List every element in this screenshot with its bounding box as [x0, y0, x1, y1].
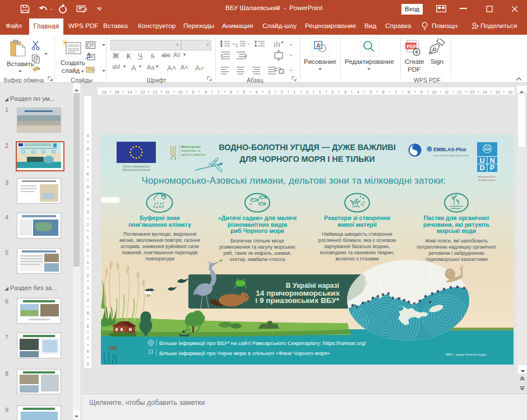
svg-text:пом’якшення клімату: пом’якшення клімату — [128, 221, 191, 228]
svg-text:Більше інформації про ВБУ* на: Більше інформації про ВБУ* на сайті Рамс… — [159, 340, 366, 346]
svg-text:Чорноморської екосистеми: Чорноморської екосистеми — [425, 256, 487, 262]
svg-text:EMBLAS-Plus: EMBLAS-Plus — [433, 147, 466, 152]
svg-text:4: 4 — [86, 197, 89, 202]
svg-text:енергетики та: енергетики та — [181, 149, 200, 152]
svg-text:15: 15 — [114, 90, 119, 95]
svg-text:16: 16 — [508, 90, 512, 95]
svg-text:D: D — [479, 164, 484, 172]
svg-text:9: 9 — [192, 90, 194, 95]
svg-text:риб, таких як кефаль, шемая,: риб, таких як кефаль, шемая, — [224, 250, 292, 256]
svg-text:4: 4 — [86, 298, 89, 303]
svg-text:коловодних та наземних тварин,: коловодних та наземних тварин, — [320, 250, 395, 255]
svg-text:6: 6 — [230, 90, 232, 95]
svg-text:7: 7 — [86, 158, 89, 164]
svg-text:Пастки для органічної: Пастки для органічної — [424, 214, 490, 221]
svg-text:16: 16 — [102, 90, 107, 95]
svg-text:9: 9 — [420, 90, 423, 95]
svg-text:3: 3 — [86, 286, 89, 291]
svg-text:6: 6 — [382, 90, 385, 95]
svg-text:2: 2 — [281, 90, 283, 95]
svg-text:9: 9 — [86, 133, 89, 138]
svg-text:1.: 1. — [235, 43, 239, 48]
svg-text:осетер, камбала–глосса: осетер, камбала–глосса — [230, 256, 285, 262]
svg-text:8: 8 — [205, 90, 207, 95]
svg-text:1: 1 — [319, 90, 321, 95]
svg-text:2: 2 — [86, 273, 89, 278]
svg-text:Найвища швидкість створення: Найвища швидкість створення — [322, 231, 392, 237]
svg-text:9: 9 — [86, 361, 89, 366]
svg-text:Empowered lives.: Empowered lives. — [478, 175, 496, 178]
svg-text:Більше інформації про Чорне мо: Більше інформації про Чорне море в спіль… — [159, 350, 330, 356]
svg-text:7: 7 — [395, 90, 397, 95]
svg-text:2: 2 — [331, 90, 334, 95]
svg-text:6: 6 — [86, 171, 89, 176]
svg-text:0: 0 — [306, 90, 308, 95]
svg-text:8: 8 — [86, 349, 89, 354]
svg-text:Екологічний моніторинг Чорного: Екологічний моніторинг Чорного моря — [433, 155, 469, 157]
svg-text:кисню, зволоження повітря, гас: кисню, зволоження повітря, гасіння — [119, 237, 200, 243]
svg-text:10: 10 — [432, 90, 436, 95]
svg-text:6: 6 — [86, 324, 89, 329]
svg-text:Поглинання вуглецю, виділення: Поглинання вуглецю, виділення — [123, 231, 197, 237]
svg-text:Чорноморсько-Азовські лимани,: Чорноморсько-Азовські лимани, дельтові з… — [142, 175, 446, 186]
svg-text:Міністерство: Міністерство — [181, 145, 201, 148]
svg-text:3: 3 — [344, 90, 346, 95]
svg-text:*ВБУ – водно-болотні угіддя: *ВБУ – водно-болотні угіддя — [445, 353, 486, 356]
svg-text:включно з птахами: включно з птахами — [335, 256, 378, 262]
svg-text:Європейським Союзом: Європейським Союзом — [122, 168, 150, 171]
svg-text:5: 5 — [369, 90, 372, 95]
svg-text:харчування багатьох водних,: харчування багатьох водних, — [324, 244, 390, 249]
svg-text:штормів, зниження руйнівної си: штормів, зниження руйнівної сили — [121, 244, 199, 249]
svg-text:N: N — [489, 157, 494, 165]
svg-text:рослинної біомаси, яка є основ: рослинної біомаси, яка є основою — [318, 237, 396, 243]
svg-text:Проект фінансується: Проект фінансується — [123, 165, 150, 168]
svg-text:PDF: PDF — [407, 44, 418, 49]
svg-text:морські води: морські води — [437, 227, 476, 234]
svg-text:14: 14 — [127, 90, 132, 95]
svg-text:7: 7 — [86, 336, 89, 341]
svg-text:Безпечне спільне місце: Безпечне спільне місце — [230, 238, 284, 244]
svg-text:розмноження та нагулу морських: розмноження та нагулу морських — [219, 244, 295, 250]
svg-text:P: P — [490, 164, 494, 172]
svg-text:5: 5 — [86, 184, 89, 189]
svg-text:Реактори зі створення: Реактори зі створення — [324, 214, 390, 221]
svg-text:7: 7 — [218, 90, 220, 95]
svg-text:захисту довкілля: захисту довкілля — [181, 153, 205, 156]
svg-text:4: 4 — [357, 90, 359, 95]
svg-text:15: 15 — [495, 90, 500, 95]
svg-text:4: 4 — [255, 90, 257, 95]
svg-text:1: 1 — [86, 235, 89, 240]
svg-text:0: 0 — [86, 248, 89, 253]
svg-text:U: U — [479, 157, 484, 165]
svg-text:12: 12 — [457, 90, 461, 95]
svg-text:12: 12 — [152, 90, 157, 95]
svg-text:риб Чорного моря: риб Чорного моря — [230, 227, 284, 234]
svg-text:Буферні зони: Буферні зони — [140, 214, 179, 221]
svg-text:речовини і забрудненню: речовини і забрудненню — [428, 250, 484, 256]
svg-text:10: 10 — [178, 90, 183, 95]
svg-text:8: 8 — [86, 146, 89, 151]
svg-text:Живі пояси, які запобігають: Живі пояси, які запобігають — [425, 238, 488, 244]
svg-text:«Дитячі садки» для малечі: «Дитячі садки» для малечі — [218, 214, 297, 221]
svg-text:1: 1 — [293, 90, 295, 95]
svg-text:13: 13 — [140, 90, 145, 95]
svg-text:11: 11 — [165, 90, 170, 95]
svg-text:2: 2 — [86, 222, 89, 227]
svg-text:1: 1 — [86, 260, 89, 265]
svg-text:3: 3 — [86, 209, 89, 214]
svg-text:речовини, які рятують: речовини, які рятують — [423, 221, 490, 228]
svg-text:8: 8 — [408, 90, 410, 95]
svg-text:5: 5 — [243, 90, 245, 95]
svg-text:живої матерії: живої матерії — [337, 221, 377, 228]
svg-text:температури: температури — [145, 256, 174, 262]
svg-text:11: 11 — [445, 90, 449, 95]
svg-text:Resilient nations.: Resilient nations. — [478, 179, 496, 181]
svg-text:3: 3 — [268, 90, 270, 95]
svg-text:ДЛЯ ЧОРНОГО МОРЯ І НЕ ТІЛЬКИ: ДЛЯ ЧОРНОГО МОРЯ І НЕ ТІЛЬКИ — [239, 155, 375, 164]
svg-text:ВОДНО-БОЛОТНІ УГІДДЯ — ДУЖЕ ВА: ВОДНО-БОЛОТНІ УГІДДЯ — ДУЖЕ ВАЖЛИВІ — [219, 143, 396, 152]
svg-text:різноманітних видів: різноманітних видів — [228, 221, 288, 228]
svg-text:5: 5 — [86, 311, 89, 316]
svg-text:В Україні наразі: В Україні наразі — [286, 282, 339, 290]
svg-text:і 9 приазовських ВБУ*: і 9 приазовських ВБУ* — [255, 296, 339, 305]
svg-text:повеней, пом’якшення перепадів: повеней, пом’якшення перепадів — [122, 250, 198, 255]
